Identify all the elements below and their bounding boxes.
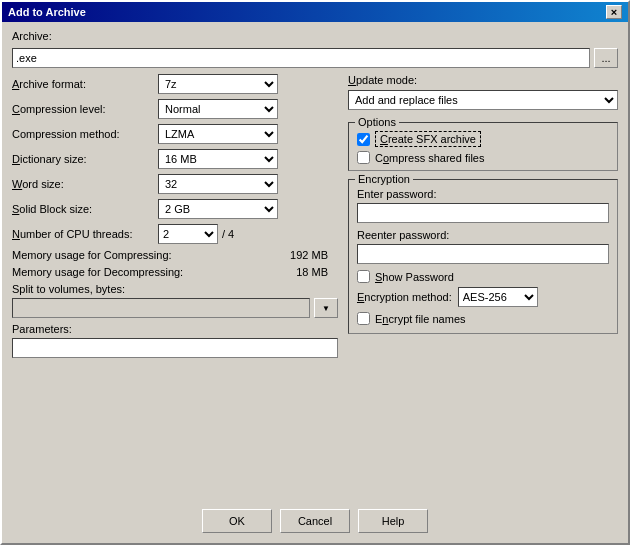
update-mode-select[interactable]: Add and replace files Update and add fil… [348, 90, 618, 110]
encryption-method-select[interactable]: AES-256 ZipCrypto [458, 287, 538, 307]
threads-row: 1 2 3 4 / 4 [158, 224, 234, 244]
browse-button[interactable]: ... [594, 48, 618, 68]
enter-password-label: Enter password: [357, 188, 609, 200]
reenter-password-input[interactable] [357, 244, 609, 264]
encryption-method-label: Encryption method: [357, 291, 452, 303]
dialog-title: Add to Archive [8, 6, 86, 18]
title-bar: Add to Archive × [2, 2, 628, 22]
show-password-label: Show Password [375, 271, 454, 283]
ok-button[interactable]: OK [202, 509, 272, 533]
show-password-checkbox[interactable] [357, 270, 370, 283]
memory-decompress-value: 18 MB [296, 266, 328, 278]
update-mode-label: Update mode: [348, 74, 618, 86]
main-content: Archive format: 7z zip tar gzip Compress… [12, 74, 618, 493]
word-size-row: Word size: 8 12 16 24 32 48 64 [12, 174, 338, 194]
split-volumes-input[interactable] [12, 298, 310, 318]
archive-label: Archive: [12, 30, 52, 42]
solid-block-size-select[interactable]: Non-solid 1 MB 4 MB 16 MB 64 MB 256 MB 1… [158, 199, 278, 219]
archive-row: ... [12, 48, 618, 68]
compression-method-label: Compression method: [12, 128, 152, 140]
memory-decompress-row: Memory usage for Decompressing: 18 MB [12, 266, 338, 278]
parameters-section: Parameters: [12, 323, 338, 358]
encrypt-filenames-label: Encrypt file names [375, 313, 466, 325]
help-button[interactable]: Help [358, 509, 428, 533]
word-size-label: Word size: [12, 178, 152, 190]
left-panel: Archive format: 7z zip tar gzip Compress… [12, 74, 338, 493]
encryption-method-row: Encryption method: AES-256 ZipCrypto [357, 287, 609, 307]
word-size-select[interactable]: 8 12 16 24 32 48 64 [158, 174, 278, 194]
solid-block-size-label: Solid Block size: [12, 203, 152, 215]
encryption-title: Encryption [355, 173, 413, 185]
update-mode-section: Update mode: Add and replace files Updat… [348, 74, 618, 110]
encrypt-filenames-checkbox[interactable] [357, 312, 370, 325]
create-sfx-row: Create SFX archive [357, 131, 609, 147]
split-dropdown-button[interactable]: ▼ [314, 298, 338, 318]
archive-format-select[interactable]: 7z zip tar gzip [158, 74, 278, 94]
show-password-row: Show Password [357, 270, 609, 283]
solid-block-size-row: Solid Block size: Non-solid 1 MB 4 MB 16… [12, 199, 338, 219]
dictionary-size-select[interactable]: 4 KB 16 KB 64 KB 256 KB 1 MB 4 MB 16 MB … [158, 149, 278, 169]
compress-shared-row: Compress shared files [357, 151, 609, 164]
options-group: Options Create SFX archive Compress shar… [348, 122, 618, 171]
enter-password-input[interactable] [357, 203, 609, 223]
options-group-title: Options [355, 116, 399, 128]
compression-level-row: Compression level: Store Fastest Fast No… [12, 99, 338, 119]
dialog-buttons: OK Cancel Help [2, 501, 628, 543]
compress-shared-checkbox[interactable] [357, 151, 370, 164]
compression-level-select[interactable]: Store Fastest Fast Normal Maximum Ultra [158, 99, 278, 119]
add-to-archive-dialog: Add to Archive × Archive: ... Archive fo… [0, 0, 630, 545]
archive-format-label: Archive format: [12, 78, 152, 90]
archive-format-row: Archive format: 7z zip tar gzip [12, 74, 338, 94]
dialog-body: Archive: ... Archive format: 7z zip tar [2, 22, 628, 501]
parameters-label: Parameters: [12, 323, 152, 335]
split-volumes-label: Split to volumes, bytes: [12, 283, 152, 295]
archive-label-row: Archive: [12, 30, 618, 42]
cpu-threads-row: Number of CPU threads: 1 2 3 4 / 4 [12, 224, 338, 244]
encryption-section: Encryption Enter password: Reenter passw… [348, 179, 618, 334]
dictionary-size-label: Dictionary size: [12, 153, 152, 165]
parameters-input[interactable] [12, 338, 338, 358]
cpu-threads-select[interactable]: 1 2 3 4 [158, 224, 218, 244]
create-sfx-label: Create SFX archive [375, 131, 481, 147]
memory-compress-value: 192 MB [290, 249, 328, 261]
split-volumes-section: Split to volumes, bytes: ▼ [12, 283, 338, 318]
dictionary-size-row: Dictionary size: 4 KB 16 KB 64 KB 256 KB… [12, 149, 338, 169]
cancel-button[interactable]: Cancel [280, 509, 350, 533]
compress-shared-label: Compress shared files [375, 152, 484, 164]
right-panel: Update mode: Add and replace files Updat… [348, 74, 618, 493]
archive-input[interactable] [12, 48, 590, 68]
encrypt-filenames-row: Encrypt file names [357, 312, 609, 325]
reenter-password-label: Reenter password: [357, 229, 609, 241]
memory-compress-row: Memory usage for Compressing: 192 MB [12, 249, 338, 261]
compression-level-label: Compression level: [12, 103, 152, 115]
close-button[interactable]: × [606, 5, 622, 19]
compression-method-row: Compression method: LZMA LZMA2 PPMd BZip… [12, 124, 338, 144]
cpu-threads-label: Number of CPU threads: [12, 228, 152, 240]
memory-decompress-label: Memory usage for Decompressing: [12, 266, 183, 278]
memory-compress-label: Memory usage for Compressing: [12, 249, 172, 261]
create-sfx-checkbox[interactable] [357, 133, 370, 146]
split-input-row: ▼ [12, 298, 338, 318]
cpu-threads-max: / 4 [222, 228, 234, 240]
compression-method-select[interactable]: LZMA LZMA2 PPMd BZip2 Deflate [158, 124, 278, 144]
